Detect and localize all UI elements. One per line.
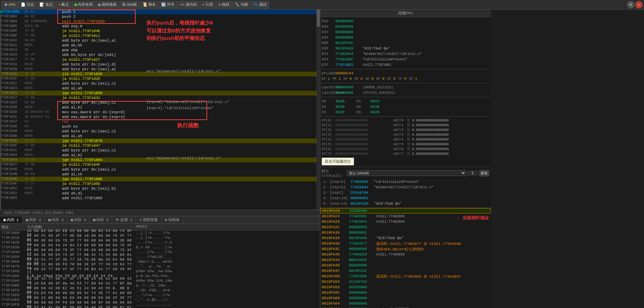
stack-row[interactable]: 0019FA5C 00000000 <box>320 290 491 295</box>
disasm-instr[interactable]: ja ntdll.773F1027 <box>61 57 320 62</box>
disasm-instr[interactable]: add al,ah <box>61 134 320 138</box>
toolbar-circle-btn1[interactable]: ⚙ <box>627 1 634 9</box>
toolbar-trace-btn[interactable]: 👣 跟踪 <box>251 1 269 9</box>
register-row-ebx[interactable]: EBX 00000000 <box>322 24 489 29</box>
toolbar-seh-btn[interactable]: ⛓ SEH链 <box>120 1 140 9</box>
esi-annotation1: esi:"minkernel\\ntdll\\ldrinit.c" <box>147 69 221 73</box>
tab-memory4[interactable]: ▦ 内存 4 <box>67 216 90 223</box>
toolbar-notes-btn[interactable]: 📝 笔记 <box>37 1 55 9</box>
disasm-instr[interactable]: jge ntdll.773F107E <box>61 138 320 143</box>
toolbar-symbol-btn[interactable]: 🔣 符号 <box>159 1 177 9</box>
stack-row[interactable]: 0019FA38 7749C077 返回到 ntdll.7749C077 自 n… <box>320 241 491 246</box>
disasm-instr[interactable]: add byte ptr ds:[eax],cl <box>61 129 320 134</box>
disasm-instr[interactable]: add byte ptr ds:[esi],cl <box>61 81 320 86</box>
toolbar-memory-layout-btn[interactable]: ▦ 内存布局 <box>72 1 95 9</box>
register-row-ecx[interactable]: ECX B60D0000 <box>322 29 489 35</box>
disasm-addr: 773F1021 <box>0 81 24 86</box>
stack-row[interactable]: 0019FA58 0035D000 <box>320 284 491 290</box>
toolbar-ref-btn[interactable]: ↩ 引用 <box>200 1 216 9</box>
toolbar-log-btn[interactable]: 📄 日志 <box>18 1 36 9</box>
disasm-flow <box>51 134 61 138</box>
tab-memory5[interactable]: ▦ 内存 5 <box>90 216 112 223</box>
memory-panel[interactable]: 地址 十六进制 ASCII 773F1000 16 6A 01 6A 02 E8… <box>0 224 320 308</box>
toolbar-cpu-btn[interactable]: 🖥 CPU <box>1 1 18 9</box>
disasm-instr[interactable]: sbb bh,byte ptr ds:[edi] <box>61 53 320 57</box>
flag-tf[interactable]: TF 0 <box>398 77 406 81</box>
disasm-addr: 773F1009 <box>0 24 24 29</box>
disasm-instr[interactable]: add al,ah <box>61 86 320 91</box>
disasm-bytes: C3 <box>24 119 51 124</box>
toolbar-script-btn[interactable]: 📜 脚本 <box>140 1 158 9</box>
flag-sf[interactable]: SF 0 <box>365 77 373 81</box>
flag-of[interactable]: OF 0 <box>354 77 363 81</box>
register-row-edi[interactable]: EDI 7740260C "LdrInitializeProcess" <box>322 57 489 62</box>
stack-row[interactable]: 0019FA4C 0019FCAC <box>320 268 491 274</box>
disasm-instr[interactable]: add al,ch <box>61 172 320 177</box>
memory-row[interactable]: 773F1080 70 6B 42 77 60 47 4F 77 20 B4 4… <box>0 269 320 274</box>
disasm-instr[interactable]: add byte ptr ds:[esi],bl <box>61 186 320 191</box>
flag-if[interactable]: IF 1 <box>409 77 417 81</box>
stack-row[interactable]: 0019FA50 7749C088 返回到 ntdll.7749C088 自 n… <box>320 274 491 279</box>
disasm-instr[interactable]: add byte ptr ds:[eax],cl <box>61 167 320 172</box>
stack-row[interactable]: 0019FA60 00360000 <box>320 295 491 301</box>
disasm-instr[interactable]: add ah,bh <box>61 43 320 48</box>
stack-row[interactable]: 0019FA40 7746AD20 ntdll.7746AD20 <box>320 252 491 257</box>
flag-cf[interactable]: CF 0 <box>387 77 395 81</box>
toolbar-source-btn[interactable]: <> 源代码 <box>178 1 199 9</box>
disasm-instr[interactable]: ja ntdll.773F106D <box>61 181 320 186</box>
disasm-instr[interactable]: push 1 <box>61 10 320 14</box>
stack-row[interactable]: 0019FA30 00000001 <box>320 230 491 235</box>
flag-df[interactable]: DF 0 <box>376 77 384 81</box>
memory2-icon: ▦ <box>26 218 28 222</box>
stack-row[interactable]: 0019FA20 CCCA918A <box>320 208 491 214</box>
register-row-esi[interactable]: ESI 77402044 "minkernel\\ntdll\\ldrinit.… <box>322 51 489 57</box>
disasm-instr[interactable]: add eax,dword ptr ds:[esp+4] <box>61 115 320 119</box>
stdcall-unlock-btn[interactable]: 解锁 <box>479 170 489 176</box>
toolbar-handle-btn[interactable]: 🔧 句柄 <box>232 1 250 9</box>
tab-memory2[interactable]: ▦ 内存 2 <box>22 216 45 223</box>
register-row-eax[interactable]: EAX 00000000 <box>322 18 489 24</box>
stack-row[interactable]: 0019FA44 BB9CA666 <box>320 257 491 263</box>
tab-struct[interactable]: ⊞ 结构体 <box>162 216 183 223</box>
disasm-instr[interactable]: pop ebp <box>61 48 320 53</box>
disasm-instr[interactable]: ja ntdll.773F104F <box>61 162 320 167</box>
disasm-instr[interactable]: add ah,dl <box>61 191 320 196</box>
disasm-instr[interactable]: ja ntdll.773F1047 <box>61 143 320 148</box>
register-row-edx[interactable]: EDX 00000000 <box>322 35 489 40</box>
disasm-instr[interactable]: ja ntdll.773F1031 <box>61 96 320 100</box>
disasm-instr[interactable]: add ntdll.773F1005 <box>61 196 320 201</box>
stdcall-select[interactable]: 默认 (stdcall) <box>347 170 466 176</box>
toolbar-close-btn[interactable]: ✕ <box>635 1 643 9</box>
register-row-eip[interactable]: EIP 773F1001 ntdll.773F1001 <box>322 62 489 68</box>
stack-row[interactable]: 0019FA68 005E005C project3.005E005c <box>320 306 491 308</box>
stack-row[interactable]: 0019FA3C 00000000 指向SEH_Record[1]的指针 <box>320 246 491 252</box>
stack-row[interactable]: 0019FA34 0019FA30 "秸传\f&wD @w" <box>320 235 491 241</box>
tab-watch1[interactable]: 👁 监视 1 <box>112 216 136 223</box>
status-bar: .text:773F1001 ntdll.dll:$1001 #401 <box>0 210 320 216</box>
register-row-esp[interactable]: ESP 0019FA20 "秸传\f&wD @w" <box>322 46 489 51</box>
stack-row[interactable]: 0019FA54 CCCA976A <box>320 279 491 284</box>
disasm-instr[interactable]: jge ntdll.773F1066 <box>61 91 320 96</box>
disasm-instr[interactable]: mov eax,dword ptr ds:[esp+8] <box>61 110 320 115</box>
right-panel-header: 隐藏FPU <box>320 10 491 17</box>
toolbar-callstack-btn[interactable]: ▤ 调用堆栈 <box>96 1 119 9</box>
stack-row[interactable]: 0019FA64 00000000 <box>320 301 491 306</box>
tab-locals[interactable]: ≡ 局部变量 <box>136 216 162 223</box>
disasm-instr[interactable]: push 2 <box>61 14 320 19</box>
stack-area[interactable]: 0019FA20 CCCA918A 0019FA24 7740260C ntdl… <box>320 208 491 308</box>
flag-zf[interactable]: ZF 1 <box>322 77 330 81</box>
stack-row[interactable]: 0019FA2C 00000000 <box>320 224 491 230</box>
stdcall-num-input[interactable] <box>467 171 478 175</box>
disasm-instr[interactable]: jge ntdll.773F108E <box>61 177 320 181</box>
disasm-instr[interactable]: add byte ptr ds:[eax],dl <box>61 62 320 67</box>
disasm-instr[interactable]: ja ntdll.773F102D <box>61 76 320 81</box>
flag-af[interactable]: AF 0 <box>343 77 352 81</box>
toolbar-thread-btn[interactable]: ≡ 线程 <box>216 1 232 9</box>
toolbar-breakpoint-btn[interactable]: ● 断点 <box>56 1 72 9</box>
flag-pf[interactable]: PF 1 <box>333 77 341 81</box>
tab-memory1[interactable]: ▦ 内存 1 <box>0 216 22 223</box>
stack-row[interactable]: 0019FA48 00000000 <box>320 263 491 268</box>
register-row-ebp[interactable]: EBP 0019FA4C <box>322 40 489 46</box>
tab-memory3[interactable]: ▦ 内存 3 <box>45 216 67 223</box>
disasm-instr[interactable]: add byte ptr ds:[eax],cl <box>61 148 320 153</box>
